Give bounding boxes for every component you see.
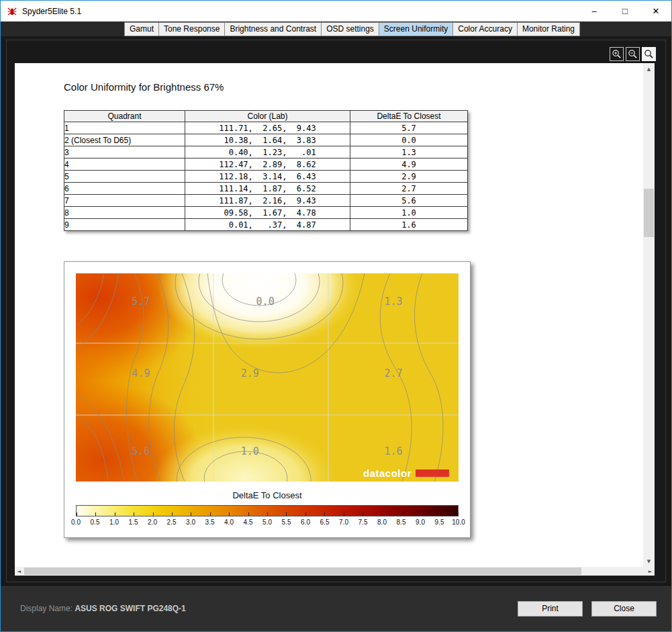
quadrant-value: 5.6 <box>132 445 150 457</box>
vertical-scrollbar[interactable]: ▲ ▼ <box>643 63 655 567</box>
action-buttons: Print Close <box>518 601 657 617</box>
table-row: 9 0.01, .37, 4.871.6 <box>64 219 468 231</box>
colorbar-tick <box>77 512 77 516</box>
colorbar-tick-label: 7.5 <box>358 518 368 526</box>
colorbar-tick <box>134 512 134 516</box>
table-row: 1111.71, 2.65, 9.435.7 <box>64 122 468 134</box>
colorbar-tick-label: 0.5 <box>91 518 100 526</box>
colorbar-labels: 0.00.51.01.52.02.53.03.54.04.55.05.56.06… <box>76 518 459 527</box>
zoom-region-icon[interactable] <box>642 47 656 61</box>
zoom-toolbar <box>610 47 656 61</box>
table-row: 4112.47, 2.89, 8.624.9 <box>64 159 468 171</box>
vertical-scrollbar-thumb[interactable] <box>644 189 654 237</box>
colorbar-tick <box>381 512 382 516</box>
colorbar-tick <box>324 512 325 516</box>
tab-color-accuracy[interactable]: Color Accuracy <box>452 22 518 36</box>
horizontal-scrollbar[interactable]: ◄ ► <box>15 567 655 576</box>
colorbar-tick-label: 5.0 <box>262 518 272 526</box>
colorbar-tick-label: 7.0 <box>339 518 348 526</box>
colorbar <box>76 505 459 516</box>
tab-osd-settings[interactable]: OSD settings <box>321 22 379 36</box>
scroll-down-icon[interactable]: ▼ <box>643 555 655 567</box>
colorbar-tick <box>420 512 420 516</box>
table-row: 2 (Closest To D65) 10.38, 1.64, 3.830.0 <box>64 134 468 146</box>
colorbar-tick <box>458 512 459 516</box>
column-header: DeltaE To Closest <box>350 111 468 122</box>
table-row: 6111.14, 1.87, 6.522.7 <box>64 183 468 195</box>
colorbar-tick <box>267 512 268 516</box>
tab-tone-response[interactable]: Tone Response <box>158 22 225 36</box>
tab-screen-uniformity[interactable]: Screen Uniformity <box>379 22 453 36</box>
datacolor-logo-text: datacolor <box>363 467 412 479</box>
zoom-out-icon[interactable] <box>626 47 640 61</box>
colorbar-tick-label: 2.0 <box>148 518 157 526</box>
quadrant-value: 4.9 <box>132 367 150 379</box>
quadrant-value: 1.3 <box>385 296 403 308</box>
title-bar: Spyder5Elite 5.1 – □ ✕ <box>1 1 671 21</box>
uniformity-plot: datacolor 5.70.01.34.92.92.75.61.01.6 De… <box>64 261 471 538</box>
scroll-left-icon[interactable]: ◄ <box>15 567 23 576</box>
colorbar-tick <box>248 512 249 516</box>
colorbar-tick-label: 6.5 <box>320 518 330 526</box>
colorbar-tick <box>344 512 344 516</box>
colorbar-tick <box>115 512 115 516</box>
display-name: Display Name: ASUS ROG SWIFT PG248Q-1 <box>20 604 186 613</box>
colorbar-tick <box>229 512 230 516</box>
colorbar-tick-label: 9.0 <box>416 518 425 526</box>
scroll-up-icon[interactable]: ▲ <box>643 63 655 75</box>
colorbar-tick <box>286 512 287 516</box>
window-controls: – □ ✕ <box>579 1 671 21</box>
spyder-app-icon <box>7 6 17 17</box>
quadrant-value: 1.0 <box>241 445 259 457</box>
colorbar-tick-label: 1.0 <box>109 518 119 526</box>
table-row: 8 09.58, 1.67, 4.781.0 <box>64 207 468 219</box>
colorbar-tick <box>172 512 173 516</box>
close-window-button[interactable]: ✕ <box>640 1 671 21</box>
zoom-in-icon[interactable] <box>610 47 624 61</box>
table-row: 5112.18, 3.14, 6.432.9 <box>64 171 468 183</box>
quadrant-value: 2.7 <box>385 367 403 379</box>
colorbar-tick-label: 3.5 <box>205 518 215 526</box>
colorbar-tick-label: 3.0 <box>186 518 195 526</box>
colorbar-tick-label: 8.5 <box>397 518 406 526</box>
colorbar-tick-label: 2.5 <box>167 518 177 526</box>
table-header-row: QuadrantColor (Lab)DeltaE To Closest <box>64 111 468 122</box>
datacolor-logo-bar <box>416 469 449 477</box>
colorbar-tick-label: 10.0 <box>452 518 465 526</box>
colorbar-tick <box>191 512 191 516</box>
colorbar-tick <box>210 512 211 516</box>
colorbar-tick-label: 8.0 <box>377 518 387 526</box>
column-header: Quadrant <box>64 111 185 122</box>
datacolor-logo: datacolor <box>363 467 449 479</box>
print-button[interactable]: Print <box>518 601 583 617</box>
colorbar-tick-label: 1.5 <box>129 518 138 526</box>
minimize-button[interactable]: – <box>579 1 610 21</box>
uniformity-table-body: 1111.71, 2.65, 9.435.72 (Closest To D65)… <box>64 122 468 231</box>
scroll-right-icon[interactable]: ► <box>646 567 655 576</box>
colorbar-tick-label: 4.0 <box>224 518 234 526</box>
contour-map: datacolor 5.70.01.34.92.92.75.61.01.6 <box>76 273 459 482</box>
tab-monitor-rating[interactable]: Monitor Rating <box>517 22 580 36</box>
table-row: 3 0.40, 1.23, .011.3 <box>64 146 468 159</box>
colorbar-tick <box>153 512 154 516</box>
display-name-label: Display Name: <box>20 604 73 613</box>
tab-gamut[interactable]: Gamut <box>124 22 159 36</box>
close-button[interactable]: Close <box>591 601 657 617</box>
report-page: Color Uniformity for Brightness 67% Quad… <box>15 63 643 567</box>
colorbar-tick-label: 0.0 <box>71 518 81 526</box>
maximize-button[interactable]: □ <box>610 1 640 21</box>
uniformity-table: QuadrantColor (Lab)DeltaE To Closest 111… <box>64 110 468 231</box>
status-bar: Display Name: ASUS ROG SWIFT PG248Q-1 Pr… <box>1 585 671 631</box>
colorbar-tick-label: 9.5 <box>435 518 444 526</box>
tab-brightness-and-contrast[interactable]: Brightness and Contrast <box>224 22 322 36</box>
quadrant-value: 5.7 <box>132 296 150 308</box>
report-title: Color Uniformity for Brightness 67% <box>64 81 224 93</box>
colorbar-tick-label: 6.0 <box>301 518 310 526</box>
main-area: Color Uniformity for Brightness 67% Quad… <box>1 36 671 585</box>
colorbar-title: DeltaE To Closest <box>76 490 459 500</box>
tab-bar: GamutTone ResponseBrightness and Contras… <box>1 21 671 36</box>
colorbar-tick <box>305 512 306 516</box>
horizontal-scrollbar-thumb[interactable] <box>24 568 581 575</box>
table-row: 7111.87, 2.16, 9.435.6 <box>64 195 468 207</box>
display-name-value: ASUS ROG SWIFT PG248Q-1 <box>75 604 185 613</box>
